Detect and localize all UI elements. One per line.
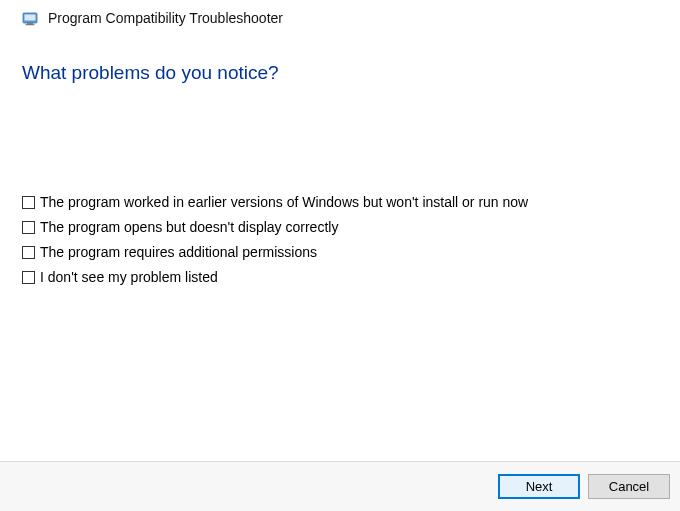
option-display-incorrect[interactable]: The program opens but doesn't display co… [22, 219, 658, 235]
wizard-content: What problems do you notice? The program… [0, 34, 680, 461]
problem-options: The program worked in earlier versions o… [22, 194, 658, 285]
option-label: I don't see my problem listed [40, 269, 218, 285]
checkbox-icon[interactable] [22, 271, 35, 284]
option-not-listed[interactable]: I don't see my problem listed [22, 269, 658, 285]
checkbox-icon[interactable] [22, 196, 35, 209]
next-button[interactable]: Next [498, 474, 580, 499]
option-label: The program opens but doesn't display co… [40, 219, 338, 235]
svg-rect-1 [25, 15, 36, 21]
svg-rect-2 [27, 23, 33, 25]
checkbox-icon[interactable] [22, 221, 35, 234]
option-label: The program requires additional permissi… [40, 244, 317, 260]
cancel-button[interactable]: Cancel [588, 474, 670, 499]
troubleshooter-icon [22, 10, 38, 26]
option-label: The program worked in earlier versions o… [40, 194, 528, 210]
wizard-title: Program Compatibility Troubleshooter [48, 10, 283, 26]
page-heading: What problems do you notice? [22, 62, 658, 84]
option-permissions[interactable]: The program requires additional permissi… [22, 244, 658, 260]
wizard-header: Program Compatibility Troubleshooter [0, 0, 680, 34]
wizard-footer: Next Cancel [0, 461, 680, 511]
option-earlier-versions[interactable]: The program worked in earlier versions o… [22, 194, 658, 210]
checkbox-icon[interactable] [22, 246, 35, 259]
svg-rect-3 [26, 24, 35, 25]
